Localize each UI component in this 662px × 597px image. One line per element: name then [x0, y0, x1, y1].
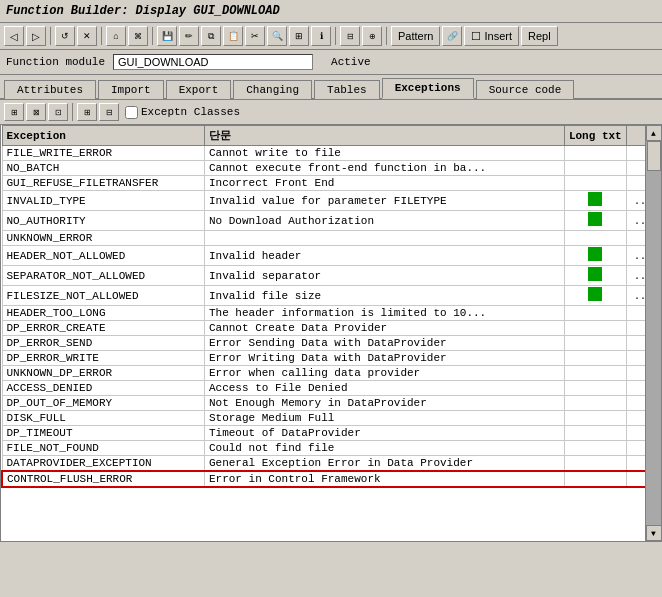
tab-tables[interactable]: Tables	[314, 80, 380, 99]
home-button[interactable]: ⌂	[106, 26, 126, 46]
cell-longtxt[interactable]	[564, 161, 626, 176]
table-row[interactable]: UNKNOWN_DP_ERRORError when calling data …	[2, 366, 660, 381]
table-row[interactable]: DP_OUT_OF_MEMORYNot Enough Memory in Dat…	[2, 396, 660, 411]
table-row[interactable]: FILESIZE_NOT_ALLOWEDInvalid file size...	[2, 286, 660, 306]
table-row[interactable]: UNKNOWN_ERROR	[2, 231, 660, 246]
cell-longtxt[interactable]	[564, 231, 626, 246]
cell-exception: CONTROL_FLUSH_ERROR	[2, 471, 204, 487]
cell-longtxt[interactable]	[564, 456, 626, 472]
save-button[interactable]: 💾	[157, 26, 177, 46]
cell-longtxt[interactable]	[564, 411, 626, 426]
table-row[interactable]: NO_AUTHORITYNo Download Authorization...	[2, 211, 660, 231]
cmd-button[interactable]: ⌘	[128, 26, 148, 46]
cell-exception: DISK_FULL	[2, 411, 204, 426]
col-header-longtxt: Long txt	[564, 126, 626, 146]
tab-export[interactable]: Export	[166, 80, 232, 99]
table-row[interactable]: DP_ERROR_WRITEError Writing Data with Da…	[2, 351, 660, 366]
link-button[interactable]: 🔗	[442, 26, 462, 46]
table-row[interactable]: NO_BATCHCannot execute front-end functio…	[2, 161, 660, 176]
nav-button[interactable]: ⊞	[289, 26, 309, 46]
cell-longtxt[interactable]	[564, 246, 626, 266]
tab-source-code[interactable]: Source code	[476, 80, 575, 99]
grid-button[interactable]: ⊟	[340, 26, 360, 46]
copy-button[interactable]: ⧉	[201, 26, 221, 46]
table-row[interactable]: FILE_WRITE_ERRORCannot write to file	[2, 146, 660, 161]
repl-label: Repl	[528, 30, 551, 42]
cell-longtxt[interactable]	[564, 366, 626, 381]
cell-longtxt[interactable]	[564, 176, 626, 191]
table-row[interactable]: DP_TIMEOUTTimeout of DataProvider	[2, 426, 660, 441]
scrollbar-thumb[interactable]	[647, 141, 661, 171]
cell-short: Error Sending Data with DataProvider	[204, 336, 564, 351]
cell-short: Cannot write to file	[204, 146, 564, 161]
cell-exception: GUI_REFUSE_FILETRANSFER	[2, 176, 204, 191]
download-button[interactable]: ⊕	[362, 26, 382, 46]
refresh-button[interactable]: ↺	[55, 26, 75, 46]
scrollbar-down-btn[interactable]: ▼	[646, 525, 662, 541]
tab-changing[interactable]: Changing	[233, 80, 312, 99]
cell-longtxt[interactable]	[564, 286, 626, 306]
cell-longtxt[interactable]	[564, 471, 626, 487]
forward-button[interactable]: ▷	[26, 26, 46, 46]
cell-exception: NO_BATCH	[2, 161, 204, 176]
cell-longtxt[interactable]	[564, 211, 626, 231]
cell-longtxt[interactable]	[564, 266, 626, 286]
table-btn-2[interactable]: ⊠	[26, 103, 46, 121]
scrollbar[interactable]: ▲ ▼	[645, 125, 661, 541]
cell-short: Could not find file	[204, 441, 564, 456]
table-btn-5[interactable]: ⊟	[99, 103, 119, 121]
cell-longtxt[interactable]	[564, 336, 626, 351]
table-btn-3[interactable]: ⊡	[48, 103, 68, 121]
cell-longtxt[interactable]	[564, 426, 626, 441]
cell-exception: NO_AUTHORITY	[2, 211, 204, 231]
cell-longtxt[interactable]	[564, 306, 626, 321]
table-row[interactable]: HEADER_NOT_ALLOWEDInvalid header...	[2, 246, 660, 266]
tab-exceptions[interactable]: Exceptions	[382, 78, 474, 99]
table-row[interactable]: DP_ERROR_SENDError Sending Data with Dat…	[2, 336, 660, 351]
back-button[interactable]: ◁	[4, 26, 24, 46]
cell-exception: HEADER_TOO_LONG	[2, 306, 204, 321]
table-row[interactable]: CONTROL_FLUSH_ERRORError in Control Fram…	[2, 471, 660, 487]
cell-short: Invalid header	[204, 246, 564, 266]
table-row[interactable]: SEPARATOR_NOT_ALLOWEDInvalid separator..…	[2, 266, 660, 286]
cell-exception: DP_ERROR_CREATE	[2, 321, 204, 336]
table-row[interactable]: ACCESS_DENIEDAccess to File Denied	[2, 381, 660, 396]
repl-button[interactable]: Repl	[521, 26, 558, 46]
table-row[interactable]: DISK_FULLStorage Medium Full	[2, 411, 660, 426]
inner-sep	[72, 103, 73, 121]
fm-value-input[interactable]	[113, 54, 313, 70]
cell-longtxt[interactable]	[564, 351, 626, 366]
cut-button[interactable]: ✂	[245, 26, 265, 46]
cell-longtxt[interactable]	[564, 191, 626, 211]
tab-attributes[interactable]: Attributes	[4, 80, 96, 99]
table-row[interactable]: FILE_NOT_FOUNDCould not find file	[2, 441, 660, 456]
find-button[interactable]: 🔍	[267, 26, 287, 46]
scrollbar-up-btn[interactable]: ▲	[646, 125, 662, 141]
table-btn-1[interactable]: ⊞	[4, 103, 24, 121]
pattern-button[interactable]: Pattern	[391, 26, 440, 46]
insert-button[interactable]: ☐ Insert	[464, 26, 519, 46]
info-button[interactable]: ℹ	[311, 26, 331, 46]
cell-longtxt[interactable]	[564, 396, 626, 411]
table-row[interactable]: DATAPROVIDER_EXCEPTIONGeneral Exception …	[2, 456, 660, 472]
table-row[interactable]: INVALID_TYPEInvalid value for parameter …	[2, 191, 660, 211]
cell-exception: INVALID_TYPE	[2, 191, 204, 211]
table-btn-4[interactable]: ⊞	[77, 103, 97, 121]
cell-short: Timeout of DataProvider	[204, 426, 564, 441]
table-row[interactable]: DP_ERROR_CREATECannot Create Data Provid…	[2, 321, 660, 336]
exceptions-table: Exception 단문 Long txt FILE_WRITE_ERRORCa…	[1, 125, 661, 488]
table-row[interactable]: HEADER_TOO_LONGThe header information is…	[2, 306, 660, 321]
paste-button[interactable]: 📋	[223, 26, 243, 46]
exceptn-classes-checkbox[interactable]	[125, 106, 138, 119]
cell-longtxt[interactable]	[564, 146, 626, 161]
inner-toolbar: ⊞ ⊠ ⊡ ⊞ ⊟ Exceptn Classes	[0, 100, 662, 125]
pencil-button[interactable]: ✏	[179, 26, 199, 46]
table-row[interactable]: GUI_REFUSE_FILETRANSFERIncorrect Front E…	[2, 176, 660, 191]
cell-longtxt[interactable]	[564, 321, 626, 336]
cell-longtxt[interactable]	[564, 441, 626, 456]
fm-status: Active	[331, 56, 371, 68]
cell-longtxt[interactable]	[564, 381, 626, 396]
stop-button[interactable]: ✕	[77, 26, 97, 46]
col-header-exception: Exception	[2, 126, 204, 146]
tab-import[interactable]: Import	[98, 80, 164, 99]
